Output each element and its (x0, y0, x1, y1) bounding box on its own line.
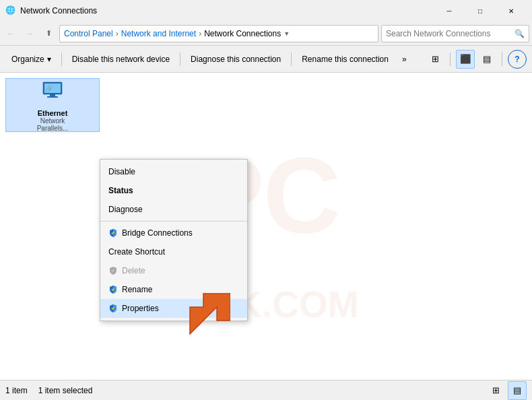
minimize-button[interactable]: ─ (434, 0, 465, 22)
disable-network-button[interactable]: Disable this network device (66, 49, 176, 69)
search-box[interactable]: 🔍 (381, 25, 529, 42)
titlebar: 🌐 Network Connections ─ □ ✕ (0, 0, 532, 22)
network-item-sub1: Network (40, 117, 65, 125)
forward-button[interactable]: → (22, 26, 38, 42)
rename-shield-icon (108, 285, 118, 294)
view-large-icons[interactable]: ⬛ (456, 50, 475, 69)
network-item-sub2: Parallels... (37, 125, 69, 132)
shield-svg-props (108, 304, 118, 313)
svg-rect-3 (47, 96, 58, 98)
toolbar-sep-right (450, 53, 451, 66)
breadcrumb-control-panel[interactable]: Control Panel (64, 29, 113, 38)
ctx-disable-label: Disable (108, 167, 135, 176)
statusbar-right: ⊞ ▤ (486, 381, 527, 400)
help-label: ? (514, 55, 519, 64)
search-input[interactable] (386, 29, 514, 38)
view-options-button[interactable]: ⊞ (426, 50, 444, 69)
diagnose-label: Diagnose this connection (191, 55, 281, 64)
diagnose-button[interactable]: Diagnose this connection (185, 49, 287, 69)
ctx-status[interactable]: Status (100, 181, 247, 200)
breadcrumb-current: Network Connections (204, 29, 281, 38)
ctx-diagnose[interactable]: Diagnose (100, 200, 247, 219)
more-label: » (402, 55, 407, 64)
ctx-sep-1 (100, 221, 247, 222)
disable-label: Disable this network device (72, 55, 170, 64)
rename-label: Rename this connection (302, 55, 389, 64)
toolbar-separator-3 (291, 53, 292, 66)
bridge-shield-icon (108, 228, 118, 238)
maximize-button[interactable]: □ (465, 0, 496, 22)
toolbar: Organize ▾ Disable this network device D… (0, 46, 532, 73)
close-button[interactable]: ✕ (496, 0, 527, 22)
ctx-delete-label: Delete (122, 266, 145, 275)
toolbar-separator-1 (61, 53, 62, 66)
more-button[interactable]: » (396, 49, 413, 69)
back-button[interactable]: ← (3, 26, 19, 42)
ctx-shortcut[interactable]: Create Shortcut (100, 242, 247, 261)
delete-shield-icon (108, 266, 118, 275)
shield-svg-rename (108, 285, 118, 294)
ethernet-network-item[interactable]: 🔗 Ethernet Network Parallels... (5, 78, 100, 132)
up-button[interactable]: ⬆ (40, 26, 57, 42)
breadcrumb-sep-1: › (116, 29, 119, 38)
ctx-rename-label: Rename (122, 285, 152, 294)
toolbar-sep-right2 (502, 53, 502, 66)
addressbar: ← → ⬆ Control Panel › Network and Intern… (0, 22, 532, 46)
ctx-bridge[interactable]: Bridge Connections (100, 224, 247, 242)
titlebar-title: Network Connections (20, 6, 434, 15)
selected-count: 1 item selected (38, 386, 93, 395)
search-icon[interactable]: 🔍 (514, 29, 525, 38)
organize-label: Organize (11, 55, 44, 64)
status-view-btn-1[interactable]: ⊞ (486, 381, 505, 400)
ctx-properties[interactable]: Properties (100, 299, 247, 318)
help-button[interactable]: ? (508, 50, 527, 69)
organize-button[interactable]: Organize ▾ (5, 49, 57, 69)
breadcrumb-dropdown-arrow[interactable]: ▼ (284, 30, 290, 37)
ctx-delete[interactable]: Delete (100, 261, 247, 280)
ctx-rename[interactable]: Rename (100, 280, 247, 299)
network-item-name: Ethernet (38, 109, 68, 117)
file-area: PC RISK.COM 🔗 Ethernet Network P (0, 73, 532, 380)
ctx-status-label: Status (108, 186, 133, 195)
titlebar-controls: ─ □ ✕ (434, 0, 527, 22)
view-details[interactable]: ▤ (477, 50, 496, 69)
ctx-bridge-label: Bridge Connections (122, 228, 193, 238)
ctx-diagnose-label: Diagnose (108, 205, 143, 214)
toolbar-separator-2 (180, 53, 180, 66)
rename-button[interactable]: Rename this connection (296, 49, 395, 69)
ctx-shortcut-label: Create Shortcut (108, 247, 165, 257)
breadcrumb: Control Panel › Network and Internet › N… (59, 25, 378, 42)
status-view-btn-2[interactable]: ▤ (508, 381, 527, 400)
properties-shield-icon (108, 304, 118, 313)
svg-rect-2 (50, 94, 55, 96)
main-content: PC RISK.COM 🔗 Ethernet Network P (0, 73, 532, 380)
breadcrumb-sep-2: › (199, 29, 201, 38)
ctx-disable[interactable]: Disable (100, 162, 247, 181)
svg-text:🔗: 🔗 (45, 85, 53, 93)
ctx-properties-label: Properties (122, 304, 159, 313)
breadcrumb-network-internet[interactable]: Network and Internet (121, 29, 196, 38)
computer-svg-icon: 🔗 (40, 79, 65, 103)
app-icon: 🌐 (5, 5, 16, 16)
organize-arrow: ▾ (47, 55, 51, 64)
context-menu: Disable Status Diagnose Bri (100, 159, 248, 321)
shield-svg (108, 228, 118, 238)
item-count: 1 item (5, 386, 28, 395)
toolbar-right: ⊞ ⬛ ▤ ? (426, 50, 527, 69)
statusbar: 1 item 1 item selected ⊞ ▤ (0, 380, 532, 400)
shield-svg-delete (108, 266, 118, 275)
network-item-icon: 🔗 (40, 79, 65, 108)
